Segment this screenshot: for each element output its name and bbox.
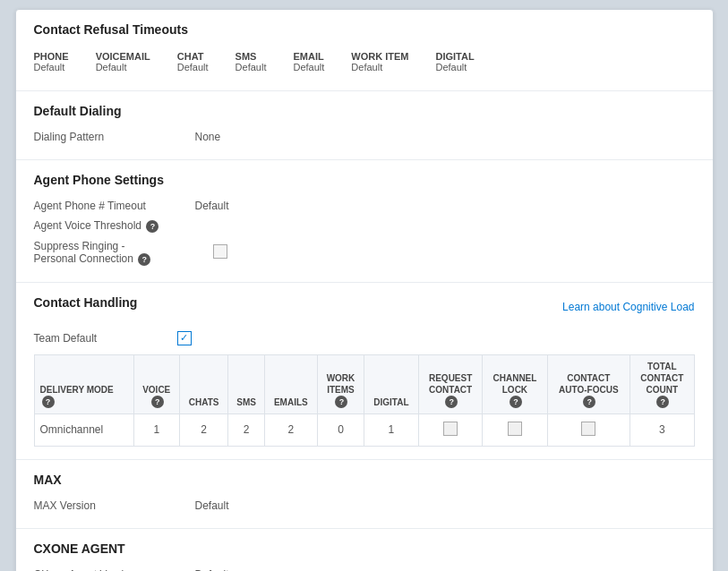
default-dialing-section: Default Dialing Dialing Pattern None: [16, 91, 713, 160]
team-default-label: Team Default: [34, 332, 159, 345]
timeout-chat-label: CHAT: [177, 51, 209, 62]
team-default-checkbox-wrapper: ✓: [177, 331, 192, 345]
timeout-sms-value: Default: [236, 62, 267, 72]
cxone-agent-version-label: CXone Agent Version: [34, 568, 195, 571]
channel-lock-checkbox[interactable]: [508, 422, 522, 436]
max-version-value: Default: [195, 499, 229, 512]
suppress-ringing-label: Suppress Ringing -Personal Connection ?: [34, 240, 195, 266]
contact-auto-focus-info-icon[interactable]: ?: [583, 396, 595, 408]
th-digital: DIGITAL: [364, 354, 419, 413]
contact-handling-header: Contact Handling Learn about Cognitive L…: [34, 295, 695, 319]
dialing-pattern-label: Dialing Pattern: [34, 131, 195, 143]
cell-channel-lock: [483, 413, 547, 446]
cell-sms: 2: [228, 413, 264, 446]
agent-voice-threshold-label: Agent Voice Threshold ?: [34, 219, 195, 233]
agent-phone-section: Agent Phone Settings Agent Phone # Timeo…: [16, 160, 713, 283]
timeout-sms-label: SMS: [236, 51, 267, 62]
agent-phone-timeout-row: Agent Phone # Timeout Default: [34, 196, 695, 216]
cxone-agent-section: CXONE AGENT CXone Agent Version Default: [16, 529, 713, 571]
cognitive-load-link[interactable]: Learn about Cognitive Load: [562, 301, 694, 313]
request-contact-checkbox[interactable]: [443, 422, 458, 436]
default-dialing-title: Default Dialing: [34, 104, 695, 118]
timeout-grid: PHONE Default VOICEMAIL Default CHAT Def…: [34, 46, 695, 78]
cxone-agent-version-value: Default: [195, 568, 229, 571]
th-total-contact-count: TOTALCONTACTCOUNT ?: [630, 354, 694, 413]
cell-contact-auto-focus: [547, 413, 630, 446]
cell-delivery-mode: Omnichannel: [34, 413, 133, 446]
max-section: MAX MAX Version Default: [16, 460, 713, 529]
timeout-voicemail-value: Default: [96, 62, 150, 72]
cell-digital: 1: [364, 413, 419, 446]
timeout-chat: CHAT Default: [177, 51, 209, 72]
max-version-row: MAX Version Default: [34, 496, 695, 516]
contact-handling-title: Contact Handling: [34, 295, 138, 310]
contact-refusal-title: Contact Refusal Timeouts: [34, 22, 695, 37]
timeout-email: EMAIL Default: [293, 51, 324, 72]
timeout-work-item-label: WORK ITEM: [351, 51, 408, 62]
th-request-contact: REQUESTCONTACT ?: [418, 354, 482, 413]
timeout-phone-label: PHONE: [34, 51, 69, 62]
cell-work-items: 0: [317, 413, 364, 446]
team-default-row: Team Default ✓: [34, 328, 695, 354]
dialing-pattern-value: None: [195, 131, 221, 143]
voice-info-icon[interactable]: ?: [151, 396, 164, 408]
agent-voice-threshold-info-icon[interactable]: ?: [146, 220, 158, 233]
cxone-agent-version-row: CXone Agent Version Default: [34, 565, 695, 571]
delivery-mode-info-icon[interactable]: ?: [42, 396, 55, 408]
cell-emails: 2: [264, 413, 317, 446]
table-header-row: DELIVERY MODE ? VOICE ? CHATS: [34, 354, 694, 413]
th-work-items: WORKITEMS ?: [317, 354, 364, 413]
timeout-sms: SMS Default: [236, 51, 267, 72]
request-contact-info-icon[interactable]: ?: [445, 396, 458, 408]
th-channel-lock: CHANNELLOCK ?: [483, 354, 547, 413]
channel-lock-info-icon[interactable]: ?: [510, 396, 522, 408]
max-version-label: MAX Version: [34, 499, 195, 512]
contact-handling-table: DELIVERY MODE ? VOICE ? CHATS: [34, 354, 695, 447]
contact-auto-focus-checkbox[interactable]: [581, 422, 595, 436]
agent-phone-timeout-value: Default: [195, 200, 229, 212]
suppress-ringing-row: Suppress Ringing -Personal Connection ?: [34, 236, 695, 269]
suppress-ringing-checkbox-wrapper: [213, 244, 227, 261]
timeout-voicemail: VOICEMAIL Default: [96, 51, 150, 72]
timeout-chat-value: Default: [177, 62, 209, 72]
agent-phone-title: Agent Phone Settings: [34, 173, 695, 187]
work-items-info-icon[interactable]: ?: [335, 396, 347, 408]
total-contact-count-info-icon[interactable]: ?: [656, 396, 669, 408]
timeout-email-label: EMAIL: [293, 51, 324, 62]
th-contact-auto-focus: CONTACTAUTO-FOCUS ?: [547, 354, 630, 413]
contact-handling-section: Contact Handling Learn about Cognitive L…: [16, 283, 713, 460]
th-delivery-mode: DELIVERY MODE ?: [34, 354, 133, 413]
cell-voice: 1: [133, 413, 179, 446]
cell-total-contact-count: 3: [630, 413, 694, 446]
suppress-ringing-checkbox[interactable]: [213, 244, 227, 259]
cell-chats: 2: [179, 413, 227, 446]
dialing-pattern-row: Dialing Pattern None: [34, 127, 695, 147]
settings-card: Contact Refusal Timeouts PHONE Default V…: [15, 9, 714, 571]
agent-phone-timeout-label: Agent Phone # Timeout: [34, 200, 195, 212]
table-row: Omnichannel 1 2 2 2 0 1 3: [34, 413, 694, 446]
timeout-email-value: Default: [293, 62, 324, 72]
th-sms: SMS: [228, 354, 264, 413]
timeout-digital: DIGITAL Default: [436, 51, 475, 72]
team-default-checkbox[interactable]: ✓: [177, 331, 192, 345]
timeout-phone-value: Default: [34, 62, 69, 72]
timeout-digital-value: Default: [436, 62, 475, 72]
timeout-phone: PHONE Default: [34, 51, 69, 72]
timeout-work-item: WORK ITEM Default: [351, 51, 408, 72]
cell-request-contact: [418, 413, 482, 446]
suppress-ringing-info-icon[interactable]: ?: [138, 253, 150, 266]
max-title: MAX: [34, 473, 695, 487]
th-chats: CHATS: [179, 354, 227, 413]
agent-voice-threshold-row: Agent Voice Threshold ?: [34, 216, 695, 236]
th-voice: VOICE ?: [133, 354, 179, 413]
timeout-work-item-value: Default: [351, 62, 408, 72]
th-emails: EMAILS: [264, 354, 317, 413]
timeout-voicemail-label: VOICEMAIL: [96, 51, 150, 62]
cxone-agent-title: CXONE AGENT: [34, 541, 695, 556]
contact-refusal-section: Contact Refusal Timeouts PHONE Default V…: [16, 10, 713, 91]
timeout-digital-label: DIGITAL: [436, 51, 475, 62]
